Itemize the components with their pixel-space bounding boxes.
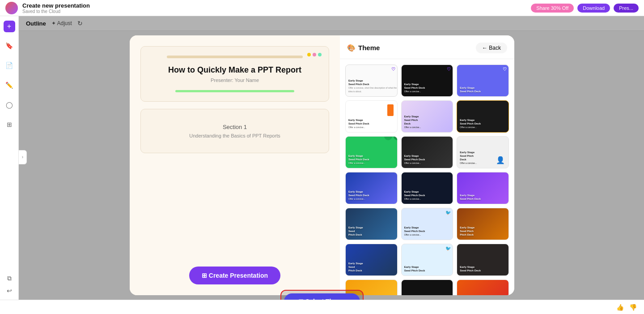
presentation-title: Create new presentation	[22, 2, 90, 9]
slide-main-title: How to Quickly Make a PPT Report	[168, 65, 301, 75]
card-text-2: Early StageSeed Pitch DeckOffer a concis…	[404, 83, 425, 93]
theme-card-9[interactable]: Early StageSeed PitchDeckOffer a concise…	[457, 136, 509, 168]
back-button[interactable]: ← Back	[476, 43, 507, 53]
sidebar-icon-grid[interactable]: ⊞	[3, 118, 16, 131]
theme-card-17[interactable]: 🐦 Early StageSeed Pitch Deck	[401, 244, 453, 276]
card-text-17: Early StageSeed Pitch Deck	[404, 266, 425, 273]
theme-card-16[interactable]: Early StageSeedPitch Deck	[345, 244, 398, 276]
sidebar-toggle[interactable]: ›	[19, 150, 27, 164]
topbar-right: Share 30% Off Download Pres...	[531, 4, 639, 13]
present-button[interactable]: Pres...	[614, 4, 639, 13]
theme-card-4[interactable]: Early StageSeed Pitch DeckOffer a concis…	[345, 100, 398, 133]
modal-overlay: How to Quickly Make a PPT Report Present…	[0, 16, 644, 314]
topbar-title-group: Create new presentation Saved to the Clo…	[22, 2, 90, 14]
theme-card-14[interactable]: 🐦 Early StageSeed Pitch DeckOffer a conc…	[401, 208, 453, 240]
theme-header: 🎨 Theme ← Back	[340, 35, 514, 59]
modal-left-panel: How to Quickly Make a PPT Report Present…	[130, 35, 340, 295]
theme-card-6[interactable]: Early StageSeed Pitch DeckOffer a concis…	[457, 100, 509, 133]
card-text-6: Early StageSeed Pitch DeckOffer a concis…	[460, 119, 481, 129]
theme-card-12[interactable]: Early StageSeed Pitch Deck	[457, 172, 509, 204]
theme-card-18[interactable]: Early StageSeed Pitch Deck	[457, 244, 509, 276]
theme-title: 🎨 Theme	[347, 44, 380, 52]
card-text-18: Early StageSeed Pitch Deck	[460, 266, 481, 273]
sidebar-icon-history[interactable]: ↩	[3, 284, 16, 297]
dot-yellow	[307, 53, 311, 56]
sidebar-icon-bookmark[interactable]: 🔖	[3, 39, 16, 52]
card-text-15: Early StageSeed PitchPitch Deck	[460, 226, 475, 237]
theme-card-5[interactable]: Early StageSeed PitchDeckOffer a concise…	[401, 100, 453, 133]
thumbs-down-icon[interactable]: 👎	[629, 304, 637, 311]
card-text-13: Early StageSeedPitch Deck	[348, 226, 363, 237]
card-text-7: Early StageSeed Pitch DeckOffer a concis…	[348, 155, 369, 165]
card-text-12: Early StageSeed Pitch Deck	[460, 194, 481, 201]
theme-card-15[interactable]: Early StageSeed PitchPitch Deck	[457, 208, 509, 240]
app-logo	[5, 2, 18, 14]
modal-right-panel: 🎨 Theme ← Back ♡ Early StageSeed Pitch D…	[340, 35, 514, 295]
download-button[interactable]: Download	[577, 4, 610, 13]
heart-icon-14: 🐦	[445, 210, 451, 215]
save-status: Saved to the Cloud	[22, 9, 90, 14]
sidebar: + 🔖 📄 ✏️ ◯ ⊞ ⧉ ↩ 👤	[0, 16, 19, 314]
theme-icon: 🎨	[347, 44, 356, 52]
slide-preview-2: Section 1 Understanding the Basics of PP…	[140, 109, 329, 153]
share-button[interactable]: Share 30% Off	[531, 4, 574, 13]
add-button[interactable]: +	[4, 21, 15, 32]
section-title: Section 1	[223, 124, 247, 130]
theme-card-2[interactable]: ♡ Early StageSeed Pitch DeckOffer a conc…	[401, 65, 453, 97]
sidebar-icon-file[interactable]: 📄	[3, 59, 16, 72]
card-text-16: Early StageSeedPitch Deck	[348, 262, 363, 272]
section-subtitle: Understanding the Basics of PPT Reports	[189, 133, 280, 138]
slide-preview-1: How to Quickly Make a PPT Report Present…	[140, 46, 329, 102]
heart-icon-3: ♡	[503, 67, 507, 72]
topbar: Create new presentation Saved to the Clo…	[0, 0, 644, 16]
slide-presenter: Presenter: Your Name	[211, 77, 259, 83]
sidebar-icon-circle[interactable]: ◯	[3, 99, 16, 111]
card-text-3: Early StageSeed Pitch Deck	[460, 86, 481, 94]
slide-title-bar	[167, 56, 303, 58]
card-text-8: Early StageSeed Pitch DeckOffer a concis…	[404, 155, 425, 165]
card-text-1: Early StageSeed Pitch DeckOffer a concis…	[348, 79, 397, 93]
theme-modal: How to Quickly Make a PPT Report Present…	[130, 35, 514, 295]
dot-pink	[313, 53, 316, 56]
theme-card-3[interactable]: ♡ Early StageSeed Pitch Deck	[457, 65, 509, 97]
heart-icon-1: ♡	[391, 67, 395, 72]
theme-card-10[interactable]: Early StageSeed Pitch DeckOffer a concis…	[345, 172, 398, 204]
card-text-14: Early StageSeed Pitch DeckOffer a concis…	[404, 226, 425, 237]
card-text-11: Early StageSeed Pitch DeckOffer a concis…	[404, 190, 425, 201]
dot-green	[318, 53, 322, 56]
bottom-bar: 👍 👎	[0, 300, 644, 314]
card-text-9: Early StageSeed PitchDeckOffer a concise…	[460, 151, 477, 165]
thumbs-up-icon[interactable]: 👍	[616, 304, 624, 311]
theme-card-13[interactable]: Early StageSeedPitch Deck	[345, 208, 398, 240]
heart-icon-2: ♡	[447, 67, 451, 72]
heart-icon-17: 🐦	[445, 246, 451, 251]
sidebar-icon-pen[interactable]: ✏️	[3, 79, 16, 91]
topbar-left: Create new presentation Saved to the Clo…	[5, 2, 90, 14]
theme-grid: ♡ Early StageSeed Pitch DeckOffer a conc…	[340, 59, 514, 295]
slide-dots	[307, 53, 322, 56]
theme-label: Theme	[358, 44, 380, 52]
theme-card-7[interactable]: Early StageSeed Pitch DeckOffer a concis…	[345, 136, 398, 168]
theme-card-1[interactable]: ♡ Early StageSeed Pitch DeckOffer a conc…	[345, 65, 398, 97]
sidebar-icon-layers[interactable]: ⧉	[3, 272, 16, 284]
theme-card-11[interactable]: Early StageSeed Pitch DeckOffer a concis…	[401, 172, 453, 204]
create-presentation-button[interactable]: ⊞ Create Presentation	[189, 267, 280, 284]
card-text-4: Early StageSeed Pitch DeckOffer a concis…	[348, 119, 369, 129]
slide-progress-bar	[175, 90, 294, 92]
theme-card-8[interactable]: Early StageSeed Pitch DeckOffer a concis…	[401, 136, 453, 168]
card-text-10: Early StageSeed Pitch DeckOffer a concis…	[348, 190, 369, 201]
card-text-5: Early StageSeed PitchDeckOffer a concise…	[404, 115, 421, 129]
